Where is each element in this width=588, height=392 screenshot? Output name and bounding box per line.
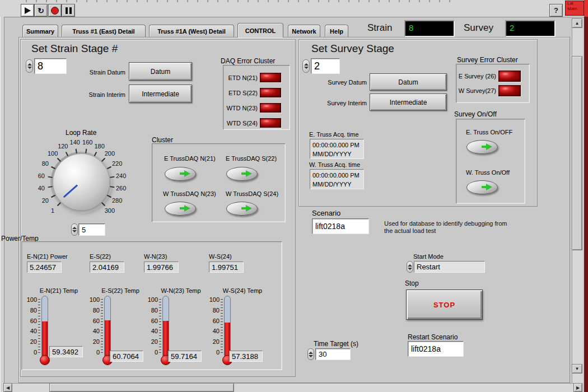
horizontal-scroll-thumb[interactable]	[49, 383, 234, 392]
strain-stage-display: 8	[404, 20, 455, 37]
loop-rate-spinner[interactable]	[71, 223, 78, 236]
window-edge-right	[584, 17, 588, 392]
run-button[interactable]	[21, 4, 34, 17]
thermometer-scale: 100806040200	[206, 297, 220, 355]
pause-icon	[66, 7, 72, 14]
strain-datum-button[interactable]: Datum	[129, 62, 192, 81]
scroll-right-button[interactable]: ▶	[573, 383, 582, 392]
survey-stage-input[interactable]: 2	[311, 58, 340, 74]
power-es22-value: 2.04169	[90, 262, 124, 273]
survey-onoff-title: Survey On/Off	[454, 110, 497, 118]
knob-scale-label: 20	[42, 197, 49, 204]
scenario-note-line2: the actual load test	[384, 227, 436, 234]
tab-control[interactable]: CONTROL	[237, 23, 283, 38]
lift-main-badge: Lift Main	[565, 1, 584, 16]
w-truss-onoff-button[interactable]	[466, 180, 498, 194]
right-arrow-icon: ▶	[576, 385, 580, 390]
power-wn23-label: W-N(23)	[144, 253, 167, 260]
toolbar: ↻ ?	[0, 0, 588, 17]
start-mode-spinner[interactable]	[407, 261, 413, 273]
survey-stage-label: Survey	[464, 22, 493, 34]
strain-interim-button[interactable]: Intermediate	[129, 85, 192, 103]
daq-led-label-wtd-n23: WTD N(23)	[225, 105, 258, 111]
vertical-scroll-thumb[interactable]	[572, 56, 582, 250]
knob-scale-label: 260	[116, 185, 126, 192]
thermometer-en21: 100806040200	[24, 296, 50, 370]
survey-stage-spinner[interactable]	[302, 59, 310, 73]
time-target-input[interactable]: 30	[315, 348, 351, 360]
scroll-down-button[interactable]: ▼	[572, 364, 582, 374]
w-trussdaq-s24-button[interactable]	[226, 202, 258, 216]
stop-label: Stop	[405, 279, 419, 287]
led-wtd-s24	[260, 118, 281, 128]
scroll-up-button[interactable]: ▲	[572, 18, 582, 28]
thermometer-scale: 100806040200	[144, 297, 158, 355]
scroll-left-button[interactable]: ◀	[3, 383, 12, 392]
run-icon	[25, 7, 31, 14]
w-trussdaq-n23-button[interactable]	[165, 202, 196, 216]
badge-line1: Lift	[567, 1, 573, 6]
temp-en21-value: 59.3492	[49, 346, 83, 357]
tab-help[interactable]: Help	[325, 25, 348, 37]
badge-line2: Main	[567, 6, 577, 11]
e-trussdaq-s22-button[interactable]	[226, 167, 258, 181]
tab-truss1-east[interactable]: Truss #1 (East) Detail	[62, 25, 146, 37]
loop-rate-input[interactable]: 5	[78, 223, 105, 236]
time-target-label: Time Target (s)	[314, 340, 358, 348]
e-truss-onoff-button[interactable]	[466, 140, 498, 154]
strain-stage-spinner[interactable]	[26, 59, 33, 73]
down-arrow-icon: ▼	[575, 366, 580, 371]
w-survey-27-label: W Survey(27)	[458, 87, 496, 94]
survey-error-cluster-title: Survey Error Cluster	[457, 56, 518, 64]
tab-truss1a-west[interactable]: Truss #1A (West) Detail	[149, 25, 234, 37]
knob-scale-label: 300	[105, 207, 115, 214]
help-icon: ?	[554, 6, 558, 15]
continuous-run-icon: ↻	[38, 7, 44, 15]
temp-ws24-label: W-S(24) Temp	[217, 287, 268, 294]
strain-stage-input[interactable]: 8	[34, 58, 67, 74]
daq-led-label-etd-n21: ETD N(21)	[225, 74, 258, 81]
knob-scale-label: 160	[82, 139, 92, 146]
e-truss-acq-display: 00:00:00.000 PMMM/DD/YYYY	[310, 139, 364, 159]
thermometer-scale: 100806040200	[86, 297, 100, 355]
loop-rate-knob[interactable]: 1204060801001201401601802002202402602803…	[34, 134, 129, 218]
scenario-label: Scenario	[312, 209, 340, 217]
knob-scale-label: 220	[112, 160, 122, 167]
tab-network[interactable]: Network	[288, 25, 320, 37]
led-e-survey-26	[498, 71, 521, 82]
run-continuous-button[interactable]: ↻	[34, 4, 48, 17]
thermometer-es22: 100806040200	[86, 296, 113, 370]
knob-scale-label: 200	[105, 150, 115, 157]
scenario-input[interactable]: lift0218a	[312, 218, 369, 234]
e-trussdaq-n21-label: E TrussDAQ N(21)	[164, 155, 216, 162]
survey-interim-button[interactable]: Intermediate	[370, 94, 447, 111]
power-ws24-value: 1.99751	[209, 262, 244, 273]
knob-scale-label: 1	[51, 207, 54, 214]
start-mode-select[interactable]: Restart	[414, 261, 485, 273]
led-etd-n21	[260, 73, 281, 82]
w-trussdaq-s24-label: W TrussDAQ S(24)	[226, 190, 278, 197]
help-button[interactable]: ?	[549, 4, 563, 17]
knob-scale-label: 240	[116, 172, 126, 179]
w-truss-acq-label: W. Truss Acq. time	[309, 161, 360, 168]
tab-summary[interactable]: Summary	[22, 25, 58, 37]
knob-scale-label: 120	[58, 143, 68, 150]
e-survey-26-label: E Survey (26)	[458, 73, 496, 80]
stop-button[interactable]: STOP	[406, 290, 483, 320]
start-mode-label: Start Mode	[413, 253, 444, 260]
thermometer-scale: 100806040200	[24, 297, 37, 355]
e-trussdaq-n21-button[interactable]	[165, 167, 196, 181]
daq-led-label-etd-s22: ETD S(22)	[225, 90, 258, 96]
w-trussdaq-n23-label: W TrussDAQ N(23)	[163, 190, 216, 197]
menu-edge-decoration	[17, 0, 459, 2]
knob-scale-label: 80	[42, 160, 49, 167]
abort-button[interactable]	[48, 4, 62, 17]
temp-ws24-value: 57.3188	[229, 351, 263, 362]
survey-panel-title: Set Survey Stage	[311, 43, 394, 55]
pause-button[interactable]	[62, 4, 75, 17]
time-target-spinner[interactable]	[307, 348, 314, 360]
survey-datum-button[interactable]: Datum	[370, 73, 447, 91]
restart-scenario-input[interactable]: lift0218a	[408, 341, 464, 357]
daq-led-label-wtd-s24: WTD S(24)	[225, 120, 258, 127]
survey-stage-display: 2	[505, 20, 556, 37]
